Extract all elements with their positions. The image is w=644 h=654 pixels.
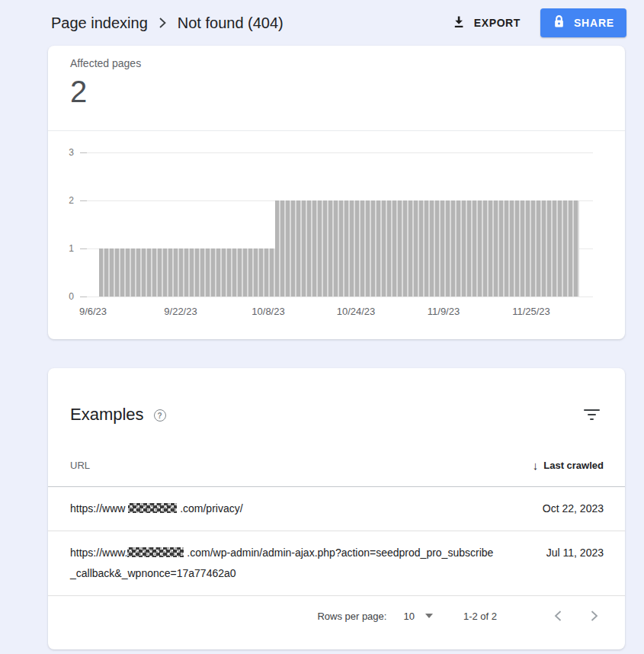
download-icon	[452, 15, 466, 31]
redacted-domain	[128, 503, 177, 513]
help-icon[interactable]: ?	[154, 409, 166, 422]
examples-card: Examples ? URL ↓ Last crawled https://ww…	[48, 368, 625, 649]
bar-segment[interactable]	[275, 200, 579, 297]
column-header-url: URL	[70, 460, 90, 471]
x-tick-label: 10/24/23	[314, 306, 398, 317]
pagination-bar: Rows per page: 10 1-2 of 2	[48, 596, 625, 636]
affected-pages-summary[interactable]: Affected pages 2	[48, 46, 625, 131]
rows-per-page-select[interactable]: 10	[403, 611, 432, 622]
export-button[interactable]: EXPORT	[452, 15, 521, 31]
pagination-range: 1-2 of 2	[463, 611, 497, 622]
last-crawled-cell: Oct 22, 2023	[543, 487, 604, 531]
y-tick-label: 1	[48, 243, 74, 254]
x-tick-label: 11/25/23	[489, 306, 573, 317]
affected-pages-count: 2	[70, 75, 603, 108]
url-prefix: https://www.	[70, 547, 127, 559]
table-row[interactable]: https://www .com/privacy/ Oct 22, 2023	[48, 487, 625, 531]
examples-table: URL ↓ Last crawled https://www .com/priv…	[48, 444, 625, 596]
breadcrumb-page-indexing[interactable]: Page indexing	[51, 14, 148, 32]
lock-icon	[553, 14, 566, 31]
column-header-last-crawled-label: Last crawled	[543, 460, 604, 471]
column-header-last-crawled[interactable]: ↓ Last crawled	[533, 459, 604, 472]
bar-segment[interactable]	[99, 248, 275, 297]
share-button[interactable]: SHARE	[540, 8, 626, 37]
next-page-button[interactable]	[587, 608, 602, 624]
url-cell: https://www .com/privacy/	[70, 487, 243, 531]
header-actions: EXPORT SHARE	[452, 8, 626, 37]
y-tick-label: 2	[48, 195, 74, 206]
redacted-domain	[127, 547, 184, 557]
rows-per-page-value: 10	[403, 611, 414, 622]
dropdown-arrow-icon	[425, 614, 433, 618]
chevron-left-icon	[553, 610, 562, 622]
table-row[interactable]: https://www. .com/wp-admin/admin-ajax.ph…	[48, 531, 625, 596]
share-button-label: SHARE	[574, 17, 614, 29]
filter-icon[interactable]	[582, 405, 601, 425]
breadcrumb: Page indexing Not found (404)	[51, 14, 284, 32]
x-tick-label: 10/8/23	[226, 306, 310, 317]
page-header: Page indexing Not found (404) EXPORT	[0, 0, 644, 46]
examples-header: Examples ?	[48, 368, 625, 425]
chevron-right-icon	[159, 17, 167, 29]
previous-page-button[interactable]	[550, 608, 566, 624]
url-cell: https://www. .com/wp-admin/admin-ajax.ph…	[70, 531, 497, 595]
help-glyph: ?	[158, 412, 162, 420]
affected-pages-chart: 3210 9/6/239/22/2310/8/2310/24/2311/9/23…	[48, 131, 625, 338]
chevron-right-icon	[590, 610, 599, 622]
y-tick-label: 3	[48, 147, 74, 158]
rows-per-page-label: Rows per page:	[317, 611, 386, 622]
last-crawled-cell: Jul 11, 2023	[546, 531, 604, 575]
affected-pages-label: Affected pages	[70, 57, 603, 69]
x-tick-label: 9/6/23	[51, 306, 135, 317]
sort-descending-icon: ↓	[533, 459, 539, 472]
y-tick-label: 0	[48, 291, 74, 302]
table-header-row: URL ↓ Last crawled	[48, 444, 625, 487]
grid-line	[80, 297, 593, 297]
x-tick-label: 11/9/23	[402, 306, 485, 317]
export-button-label: EXPORT	[474, 17, 521, 29]
affected-pages-card: Affected pages 2 3210 9/6/239/22/2310/8/…	[48, 46, 625, 339]
grid-line	[80, 152, 593, 153]
url-prefix: https://www	[70, 502, 125, 515]
x-tick-label: 9/22/23	[139, 306, 223, 317]
chart-bars	[99, 200, 579, 297]
url-suffix: .com/privacy/	[180, 502, 242, 515]
examples-title: Examples	[70, 405, 144, 425]
breadcrumb-current: Not found (404)	[178, 14, 284, 32]
